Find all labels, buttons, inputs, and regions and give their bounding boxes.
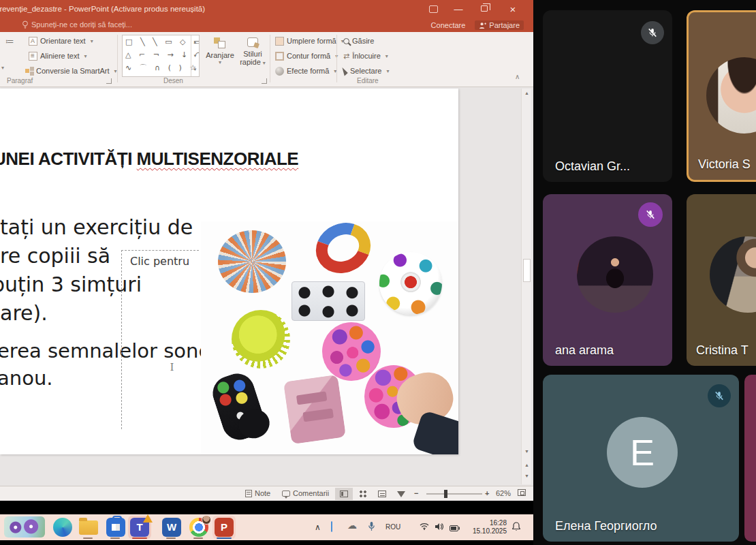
snipping-tool-icon[interactable] xyxy=(331,522,332,531)
slide-title-spellcheck-word: MULTISENZORIALE xyxy=(137,149,299,169)
clock[interactable]: 16:28 15.10.2025 xyxy=(464,519,507,535)
slide-image-fidget-toys[interactable] xyxy=(201,221,458,454)
participant-tile-cristina[interactable]: Cristina T xyxy=(687,194,756,366)
shapes-gallery[interactable]: □ ╲ ╲ ▭ ◇ ▭ △ ⌐ ¬ → ↓ ◠ ∿ ⌒ ∩ ( ) ☆ ▲▼▼ xyxy=(122,35,200,77)
notification-bell-icon[interactable] xyxy=(512,522,520,533)
collapse-ribbon-icon[interactable]: ∧ xyxy=(515,73,520,80)
comments-icon xyxy=(282,490,290,497)
word-icon[interactable]: W xyxy=(162,518,181,537)
shapes-row-1[interactable]: □ ╲ ╲ ▭ ◇ ▭ xyxy=(123,35,199,48)
participant-tile-octavian[interactable]: Octavian Gr... xyxy=(543,10,672,182)
connect-button[interactable]: Conectare xyxy=(431,21,466,29)
edge-browser-icon[interactable] xyxy=(53,518,72,537)
shape-fill-label: Umplere formă xyxy=(287,37,336,45)
file-explorer-icon[interactable] xyxy=(79,520,98,535)
avatar-letter: E xyxy=(630,431,655,473)
teams-icon: T xyxy=(130,518,149,537)
participant-tile-partial[interactable] xyxy=(744,375,756,542)
minimize-button[interactable]: — xyxy=(451,2,466,17)
find-button[interactable]: Găsire xyxy=(343,35,374,47)
ribbon-separator xyxy=(336,35,337,82)
select-button[interactable]: Selectare xyxy=(343,65,390,77)
notes-button[interactable]: Note xyxy=(245,489,270,497)
drawing-dialog-launcher[interactable] xyxy=(262,78,267,84)
document-area: UNEI ACTIVITĂȚI MULTISENZORIALE tați un … xyxy=(0,87,533,486)
next-slide-icon[interactable]: ▼ xyxy=(522,471,532,481)
teams-app-button[interactable]: T xyxy=(128,516,151,539)
content-placeholder[interactable]: Clic pentru xyxy=(121,250,199,429)
slideshow-view-button[interactable] xyxy=(392,488,410,500)
ribbon-display-options-icon[interactable] xyxy=(429,5,438,13)
running-indicator-powerpoint xyxy=(217,538,232,539)
speaker-icon[interactable] xyxy=(435,523,443,533)
shape-effects-label: Efecte formă xyxy=(287,67,329,75)
powerpoint-app-button[interactable]: P xyxy=(212,516,236,539)
quick-styles-button[interactable]: Stiluri rapide xyxy=(237,35,268,80)
scrollbar-thumb[interactable] xyxy=(523,259,531,282)
convert-smartart-button[interactable]: Conversie la SmartArt xyxy=(25,65,117,77)
tray-chevron-icon[interactable]: ∧ xyxy=(315,523,321,532)
slide-sorter-view-button[interactable] xyxy=(354,488,372,500)
replace-icon: ⇄ xyxy=(343,52,349,61)
microphone-tray-icon[interactable] xyxy=(368,521,375,533)
align-text-button[interactable]: Aliniere text xyxy=(29,50,87,62)
close-button[interactable]: × xyxy=(505,2,520,17)
slide-sorter-icon xyxy=(359,490,367,498)
cutoff-control-caret-icon: ▾ xyxy=(1,65,4,71)
participant-tile-elena[interactable]: E Елена Георгиогло xyxy=(543,375,739,542)
participant-tile-victoria[interactable]: Victoria S xyxy=(687,10,756,182)
zoom-slider-thumb[interactable] xyxy=(444,490,447,498)
reading-view-button[interactable] xyxy=(373,488,391,500)
zoom-out-button[interactable]: − xyxy=(414,489,418,497)
comments-button[interactable]: Comentarii xyxy=(282,489,329,497)
notes-label: Note xyxy=(255,489,270,497)
date-text: 15.10.2025 xyxy=(464,527,507,535)
running-indicator xyxy=(193,538,203,539)
zoom-percentage[interactable]: 62% xyxy=(496,489,511,497)
normal-view-button[interactable] xyxy=(335,488,353,500)
microsoft-store-icon[interactable] xyxy=(106,518,125,537)
slide-canvas[interactable]: UNEI ACTIVITĂȚI MULTISENZORIALE tați un … xyxy=(0,89,458,454)
bullet-list-icon[interactable]: ≔ xyxy=(5,36,14,46)
slide-title[interactable]: UNEI ACTIVITĂȚI MULTISENZORIALE xyxy=(0,149,298,170)
tell-me-box[interactable]: Spuneți-ne ce doriți să faceți... xyxy=(22,20,132,29)
shape-effects-button[interactable]: Efecte formă xyxy=(275,65,336,77)
battery-icon[interactable] xyxy=(450,524,460,533)
align-text-icon xyxy=(29,52,37,61)
shapes-row-3[interactable]: ∿ ⌒ ∩ ( ) ☆ xyxy=(123,61,199,74)
participant-tile-ana[interactable]: ana arama xyxy=(543,194,672,366)
paragraph-dialog-launcher[interactable] xyxy=(106,78,112,84)
body-line: tați un exercițiu de xyxy=(0,215,193,239)
spiky-ball xyxy=(232,310,290,369)
chrome-icon[interactable] xyxy=(189,518,208,537)
previous-slide-icon[interactable]: ▲ xyxy=(522,461,532,470)
shape-outline-button[interactable]: Contur formă xyxy=(275,50,338,62)
ribbon: ≔ ▾ Orientare text Aliniere text Convers… xyxy=(0,32,533,87)
replace-button[interactable]: ⇄Înlocuire xyxy=(343,50,388,62)
fit-slide-button[interactable] xyxy=(518,489,526,496)
zoom-slider-track[interactable] xyxy=(426,493,482,495)
text-direction-button[interactable]: Orientare text xyxy=(29,35,93,47)
text-direction-label: Orientare text xyxy=(40,37,86,45)
warning-badge-icon xyxy=(143,514,153,523)
zoom-in-button[interactable]: + xyxy=(485,489,489,497)
widgets-weather-button[interactable] xyxy=(4,516,45,538)
tell-me-text: Spuneți-ne ce doriți să faceți... xyxy=(31,20,132,29)
share-button[interactable]: Partajare xyxy=(475,20,524,30)
language-indicator[interactable]: ROU xyxy=(385,523,400,531)
quick-styles-icon xyxy=(247,37,258,47)
ribbon-separator xyxy=(117,35,118,82)
person-share-icon xyxy=(479,22,486,29)
shapes-row-2[interactable]: △ ⌐ ¬ → ↓ ◠ xyxy=(123,48,199,61)
quick-styles-label-1: Stiluri xyxy=(237,50,268,58)
shapes-gallery-scroll[interactable]: ▲▼▼ xyxy=(191,35,199,76)
shape-fill-button[interactable]: Umplere formă xyxy=(275,35,344,47)
wifi-icon[interactable] xyxy=(420,523,429,532)
restore-button[interactable] xyxy=(481,5,488,12)
participant-name: Cristina T xyxy=(696,343,749,358)
arrange-button[interactable]: Aranjare ▾ xyxy=(204,35,236,80)
scroll-up-icon[interactable]: ▲ xyxy=(522,89,532,98)
scroll-down-icon[interactable]: ▼ xyxy=(522,447,532,456)
video-call-panel: Octavian Gr... Victoria S ana arama Cris… xyxy=(533,0,756,545)
vertical-scrollbar[interactable]: ▲ ▼ ▲ ▼ xyxy=(521,89,531,484)
